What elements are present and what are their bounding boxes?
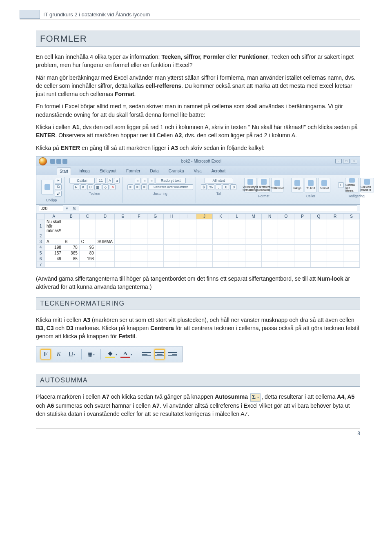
- format-cells-button[interactable]: Format: [318, 178, 330, 192]
- cell[interactable]: 89: [79, 250, 96, 256]
- row-header[interactable]: 6: [37, 256, 45, 261]
- column-header[interactable]: Q: [311, 213, 327, 219]
- cut-button[interactable]: ✂: [55, 178, 62, 183]
- font-size-select[interactable]: 11: [96, 178, 106, 183]
- cell[interactable]: [311, 250, 327, 256]
- cell[interactable]: 78: [63, 244, 79, 250]
- cell[interactable]: [63, 219, 79, 233]
- align-right-button[interactable]: ≡: [141, 184, 147, 190]
- cell[interactable]: [278, 219, 294, 233]
- align-bottom-button[interactable]: ≡: [149, 178, 154, 183]
- cell[interactable]: [311, 219, 327, 233]
- underline-button[interactable]: U: [87, 184, 94, 190]
- comma-button[interactable]: ,: [216, 184, 221, 190]
- cell[interactable]: B: [63, 239, 79, 244]
- cell[interactable]: [245, 250, 262, 256]
- cell[interactable]: [180, 250, 196, 256]
- cell[interactable]: [96, 261, 114, 267]
- cell[interactable]: [115, 250, 131, 256]
- sort-filter-button[interactable]: Sortera och filtrera: [345, 178, 359, 192]
- cell[interactable]: 49: [45, 256, 63, 261]
- cell[interactable]: [196, 239, 213, 244]
- fill-color-button[interactable]: ◆▾: [105, 349, 118, 360]
- row-header[interactable]: 7: [37, 261, 45, 267]
- cell[interactable]: [278, 244, 294, 250]
- format-as-table-button[interactable]: Formatera som tabell: [258, 178, 270, 192]
- cell[interactable]: [147, 244, 164, 250]
- column-header[interactable]: F: [131, 213, 147, 219]
- align-left-button[interactable]: ≡: [127, 184, 133, 190]
- cell[interactable]: [327, 219, 343, 233]
- cell[interactable]: [327, 233, 343, 239]
- cell[interactable]: [294, 256, 311, 261]
- conditional-formatting-button[interactable]: Villkorsstyrd formatering: [244, 178, 256, 192]
- cell[interactable]: [115, 256, 131, 261]
- cell[interactable]: [164, 219, 180, 233]
- maximize-button[interactable]: □: [343, 159, 350, 163]
- spreadsheet-grid[interactable]: ABCDEFGHIJKLMNOPQRS1Nu skall här räknas!…: [36, 213, 360, 268]
- cell[interactable]: [131, 239, 147, 244]
- cell[interactable]: [343, 233, 360, 239]
- column-header[interactable]: P: [294, 213, 311, 219]
- italic-button[interactable]: K: [80, 184, 86, 190]
- cell[interactable]: [311, 233, 327, 239]
- cell[interactable]: [343, 250, 360, 256]
- cell[interactable]: [96, 233, 114, 239]
- cell[interactable]: [294, 244, 311, 250]
- decrease-decimal-button[interactable]: .0: [230, 184, 237, 190]
- column-header[interactable]: O: [278, 213, 294, 219]
- cell[interactable]: [213, 261, 229, 267]
- cell[interactable]: [311, 256, 327, 261]
- cell[interactable]: [164, 239, 180, 244]
- column-header[interactable]: H: [164, 213, 180, 219]
- ribbon-tab-visa[interactable]: Visa: [191, 168, 204, 175]
- delete-cells-button[interactable]: Ta bort: [305, 178, 317, 192]
- cell[interactable]: [147, 250, 164, 256]
- cell[interactable]: [229, 256, 245, 261]
- cell[interactable]: [327, 239, 343, 244]
- column-header[interactable]: S: [343, 213, 360, 219]
- cell[interactable]: [164, 250, 180, 256]
- cell[interactable]: [63, 261, 79, 267]
- column-header[interactable]: R: [327, 213, 343, 219]
- cell[interactable]: [311, 261, 327, 267]
- ribbon-tab-sidlayout[interactable]: Sidlayout: [97, 168, 119, 175]
- cell[interactable]: [262, 233, 278, 239]
- cell[interactable]: [311, 244, 327, 250]
- row-header[interactable]: 3: [37, 239, 45, 244]
- cell[interactable]: [327, 261, 343, 267]
- border-button[interactable]: ▦: [94, 184, 101, 190]
- cell[interactable]: [229, 233, 245, 239]
- cell[interactable]: [213, 256, 229, 261]
- cell[interactable]: [196, 219, 213, 233]
- cell[interactable]: [229, 244, 245, 250]
- ribbon-tab-infoga[interactable]: Infoga: [76, 168, 92, 175]
- cell[interactable]: [96, 244, 114, 250]
- ribbon-tab-formler[interactable]: Formler: [124, 168, 143, 175]
- cell[interactable]: [311, 239, 327, 244]
- italic-button[interactable]: K: [53, 349, 64, 360]
- name-box-dropdown-icon[interactable]: ▼: [65, 207, 69, 210]
- align-center-button[interactable]: ≡: [134, 184, 140, 190]
- cell[interactable]: [115, 219, 131, 233]
- fill-color-button[interactable]: ◇: [102, 184, 109, 190]
- cell[interactable]: [343, 256, 360, 261]
- cell[interactable]: [115, 261, 131, 267]
- column-header[interactable]: I: [180, 213, 196, 219]
- cell[interactable]: [115, 239, 131, 244]
- align-left-button[interactable]: [141, 349, 152, 360]
- column-header[interactable]: J: [196, 213, 213, 219]
- cell[interactable]: [278, 233, 294, 239]
- cell[interactable]: [229, 219, 245, 233]
- cell[interactable]: [131, 250, 147, 256]
- cell[interactable]: 365: [63, 250, 79, 256]
- undo-icon[interactable]: [56, 159, 61, 164]
- cell[interactable]: 85: [63, 256, 79, 261]
- increase-decimal-button[interactable]: .0: [223, 184, 229, 190]
- column-header[interactable]: C: [79, 213, 96, 219]
- cell[interactable]: [327, 256, 343, 261]
- cell[interactable]: [278, 256, 294, 261]
- cell[interactable]: [131, 261, 147, 267]
- cell-styles-button[interactable]: Cellformat: [271, 178, 283, 192]
- row-header[interactable]: 4: [37, 244, 45, 250]
